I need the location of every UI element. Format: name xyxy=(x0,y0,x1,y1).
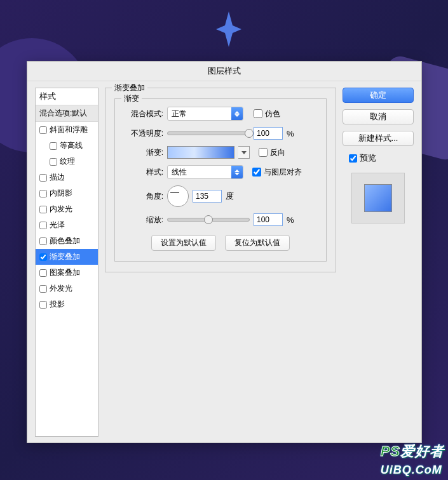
gradient-swatch[interactable] xyxy=(167,146,234,159)
style-item-2[interactable]: 纹理 xyxy=(36,154,98,170)
settings-panel: 渐变叠加 渐变 混合模式: 正常 仿色 xyxy=(105,88,336,437)
styles-sidebar: 样式 混合选项:默认 斜面和浮雕等高线纹理描边内阴影内发光光泽颜色叠加渐变叠加图… xyxy=(35,88,98,437)
style-item-label: 内阴影 xyxy=(50,188,72,199)
action-panel: 确定 取消 新建样式... 预览 xyxy=(343,88,414,437)
style-item-5[interactable]: 内发光 xyxy=(36,201,98,217)
preview-checkbox[interactable]: 预览 xyxy=(349,152,414,164)
updown-icon xyxy=(231,107,243,120)
style-item-checkbox[interactable] xyxy=(39,269,47,277)
style-item-label: 外发光 xyxy=(50,283,72,294)
style-item-label: 颜色叠加 xyxy=(50,236,80,246)
dialog-title: 图层样式 xyxy=(27,62,421,81)
scale-input[interactable] xyxy=(254,213,283,226)
preview-box xyxy=(351,173,405,223)
style-item-checkbox[interactable] xyxy=(39,190,47,197)
angle-label: 角度: xyxy=(123,191,163,202)
updown-icon xyxy=(231,166,243,178)
style-item-label: 纹理 xyxy=(60,156,75,167)
style-item-1[interactable]: 等高线 xyxy=(36,138,98,154)
angle-dial[interactable] xyxy=(167,185,189,207)
reset-default-button[interactable]: 复位为默认值 xyxy=(225,235,290,251)
style-item-checkbox[interactable] xyxy=(39,206,47,213)
style-item-label: 渐变叠加 xyxy=(50,251,80,262)
blend-mode-label: 混合模式: xyxy=(123,109,163,119)
make-default-button[interactable]: 设置为默认值 xyxy=(151,235,216,251)
watermark: PS爱好者 UiBQ.CoM xyxy=(381,442,444,477)
style-item-checkbox[interactable] xyxy=(39,222,47,229)
style-item-label: 光泽 xyxy=(50,220,65,230)
sidebar-header[interactable]: 样式 xyxy=(36,88,98,105)
style-item-label: 投影 xyxy=(50,299,65,310)
style-item-checkbox[interactable] xyxy=(39,126,47,134)
style-item-checkbox[interactable] xyxy=(50,142,57,150)
preview-swatch xyxy=(364,184,392,212)
opacity-label: 不透明度: xyxy=(123,128,163,139)
style-item-checkbox[interactable] xyxy=(39,285,47,293)
style-item-10[interactable]: 外发光 xyxy=(36,281,98,297)
style-item-label: 内发光 xyxy=(50,204,72,215)
opacity-input[interactable] xyxy=(254,127,283,140)
angle-unit: 度 xyxy=(226,190,234,202)
scale-unit: % xyxy=(287,215,294,225)
angle-input[interactable] xyxy=(193,190,222,203)
blending-options-item[interactable]: 混合选项:默认 xyxy=(36,105,98,122)
style-item-4[interactable]: 内阴影 xyxy=(36,185,98,201)
style-item-checkbox[interactable] xyxy=(39,301,47,309)
style-item-label: 等高线 xyxy=(60,140,83,151)
layer-style-dialog: 图层样式 样式 混合选项:默认 斜面和浮雕等高线纹理描边内阴影内发光光泽颜色叠加… xyxy=(27,61,422,443)
blend-mode-select[interactable]: 正常 xyxy=(167,107,243,121)
style-item-3[interactable]: 描边 xyxy=(36,170,98,185)
style-label: 样式: xyxy=(123,167,163,178)
sparkle-icon xyxy=(216,11,241,47)
svg-marker-0 xyxy=(216,11,241,47)
reverse-checkbox[interactable]: 反向 xyxy=(259,147,285,158)
opacity-slider[interactable] xyxy=(167,131,250,135)
style-item-0[interactable]: 斜面和浮雕 xyxy=(36,122,98,138)
style-item-checkbox[interactable] xyxy=(39,237,47,245)
style-item-7[interactable]: 颜色叠加 xyxy=(36,233,98,249)
cancel-button[interactable]: 取消 xyxy=(343,109,414,124)
new-style-button[interactable]: 新建样式... xyxy=(343,131,414,146)
dither-checkbox[interactable]: 仿色 xyxy=(254,109,280,119)
gradient-label: 渐变: xyxy=(123,147,163,158)
style-item-label: 图案叠加 xyxy=(50,267,80,278)
scale-slider[interactable] xyxy=(167,218,250,222)
panel-inner-title: 渐变 xyxy=(121,93,142,104)
style-item-label: 斜面和浮雕 xyxy=(50,124,88,135)
style-item-9[interactable]: 图案叠加 xyxy=(36,265,98,281)
gradient-dropdown[interactable] xyxy=(238,146,250,159)
style-item-8[interactable]: 渐变叠加 xyxy=(36,249,98,265)
style-item-checkbox[interactable] xyxy=(39,253,47,261)
style-item-11[interactable]: 投影 xyxy=(36,297,98,312)
panel-group-title: 渐变叠加 xyxy=(112,83,147,93)
style-item-checkbox[interactable] xyxy=(50,158,57,166)
style-item-label: 描边 xyxy=(50,172,65,183)
style-select[interactable]: 线性 xyxy=(167,165,243,179)
style-item-6[interactable]: 光泽 xyxy=(36,217,98,233)
scale-label: 缩放: xyxy=(123,215,163,225)
ok-button[interactable]: 确定 xyxy=(343,88,414,103)
opacity-unit: % xyxy=(287,129,294,138)
style-item-checkbox[interactable] xyxy=(39,174,47,182)
align-checkbox[interactable]: 与图层对齐 xyxy=(252,167,302,178)
